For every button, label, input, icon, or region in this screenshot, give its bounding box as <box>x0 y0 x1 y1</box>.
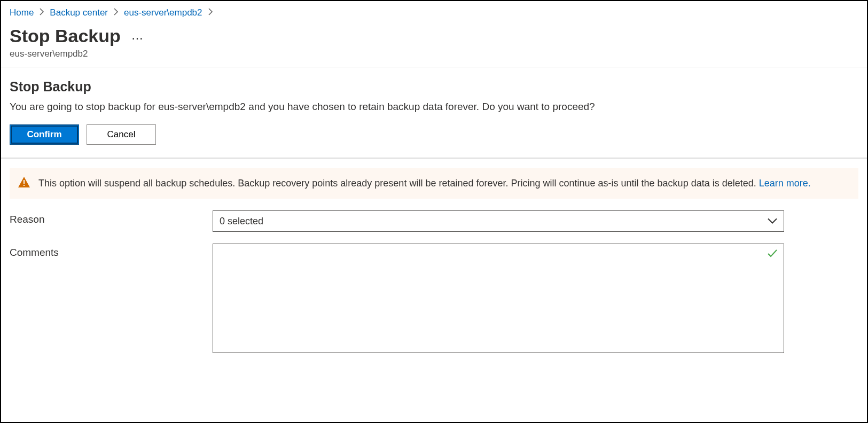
page-header: Stop Backup ⋯ eus-server\empdb2 <box>1 22 867 67</box>
breadcrumb: Home Backup center eus-server\empdb2 <box>1 1 867 22</box>
chevron-right-icon <box>39 7 44 18</box>
breadcrumb-home[interactable]: Home <box>10 7 34 18</box>
reason-label: Reason <box>10 210 213 225</box>
reason-select[interactable]: 0 selected <box>213 210 784 232</box>
section-title: Stop Backup <box>10 79 858 95</box>
cancel-button[interactable]: Cancel <box>87 124 156 145</box>
warning-icon <box>18 177 30 190</box>
breadcrumb-resource[interactable]: eus-server\empdb2 <box>124 7 202 18</box>
chevron-right-icon <box>113 7 119 18</box>
page-title: Stop Backup <box>10 26 121 46</box>
warning-notice: This option will suspend all backup sche… <box>10 168 858 199</box>
page-subtitle: eus-server\empdb2 <box>10 49 858 59</box>
reason-select-value: 0 selected <box>220 216 263 227</box>
learn-more-link[interactable]: Learn more. <box>759 178 811 189</box>
notice-text: This option will suspend all backup sche… <box>38 178 811 189</box>
chevron-right-icon <box>208 7 213 18</box>
check-icon <box>767 249 778 261</box>
comments-label: Comments <box>10 244 213 258</box>
breadcrumb-backup-center[interactable]: Backup center <box>50 7 108 18</box>
section-description: You are going to stop backup for eus-ser… <box>10 101 858 113</box>
svg-rect-0 <box>24 180 25 184</box>
confirm-button[interactable]: Confirm <box>10 124 79 145</box>
more-actions-icon[interactable]: ⋯ <box>131 32 144 45</box>
svg-rect-1 <box>24 185 25 186</box>
comments-input[interactable] <box>213 244 784 353</box>
chevron-down-icon <box>768 216 777 227</box>
